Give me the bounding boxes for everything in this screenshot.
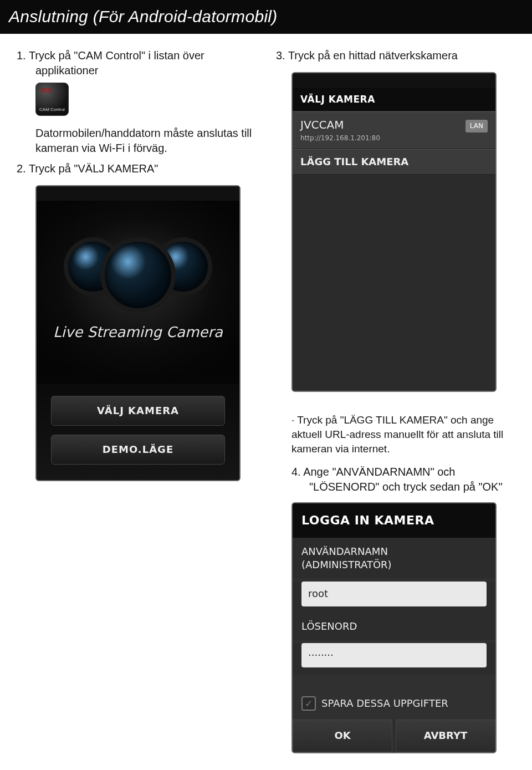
- camera-list-item[interactable]: LAN JVCCAM http://192.168.1.201:80: [293, 111, 495, 149]
- page-title: Anslutning (För Android-datormobil): [0, 0, 532, 34]
- status-bar: [293, 73, 495, 88]
- lan-badge: LAN: [466, 120, 488, 132]
- step4-text: 4. Ange "ANVÄNDARNAMN" och "LÖSENORD" oc…: [309, 465, 515, 494]
- cam-control-icon: JVC CAM Control: [35, 83, 69, 116]
- save-label: SPARA DESSA UPPGIFTER: [321, 697, 448, 710]
- screenshot-live-streaming: Live Streaming Camera VÄLJ KAMERA DEMO.L…: [35, 185, 241, 482]
- password-field[interactable]: ········: [301, 643, 487, 667]
- demo-mode-button[interactable]: DEMO.LÄGE: [51, 435, 225, 465]
- ok-button[interactable]: OK: [293, 720, 392, 752]
- cancel-button[interactable]: AVBRYT: [396, 720, 495, 752]
- add-camera-row[interactable]: LÄGG TILL KAMERA: [293, 149, 495, 175]
- camera-name: JVCCAM: [300, 118, 488, 132]
- login-title: LOGGA IN KAMERA: [293, 503, 495, 538]
- username-label: ANVÄNDARNAMN (ADMINISTRATÖR): [293, 538, 495, 579]
- empty-area: [293, 175, 495, 391]
- note-connect: Datormobilen/handdatorn måste anslutas t…: [35, 126, 256, 156]
- hero-title: Live Streaming Camera: [53, 323, 223, 342]
- screenshot-select-camera: VÄLJ KAMERA LAN JVCCAM http://192.168.1.…: [291, 72, 497, 392]
- camera-lenses-graphic: [75, 242, 201, 308]
- step1-text: 1. Tryck på "CAM Control" i listan över …: [35, 48, 256, 78]
- select-camera-button[interactable]: VÄLJ KAMERA: [51, 396, 225, 426]
- camera-url: http://192.168.1.201:80: [300, 134, 488, 142]
- password-label: LÖSENORD: [293, 613, 495, 640]
- status-bar: [37, 186, 239, 201]
- step2-text: 2. Tryck på "VÄLJ KAMERA": [35, 161, 256, 176]
- screenshot-login: LOGGA IN KAMERA ANVÄNDARNAMN (ADMINISTRA…: [291, 502, 497, 753]
- screen-title: VÄLJ KAMERA: [293, 88, 495, 112]
- bullet-add-camera: · Tryck på "LÄGG TILL KAMERA" och ange a…: [291, 413, 515, 456]
- brand-label: JVC: [40, 86, 52, 95]
- username-field[interactable]: root: [301, 582, 487, 606]
- save-checkbox[interactable]: ✓: [301, 696, 316, 711]
- appicon-label: CAM Control: [39, 107, 65, 113]
- step3-text: 3. Tryck på en hittad nätverkskamera: [294, 48, 515, 63]
